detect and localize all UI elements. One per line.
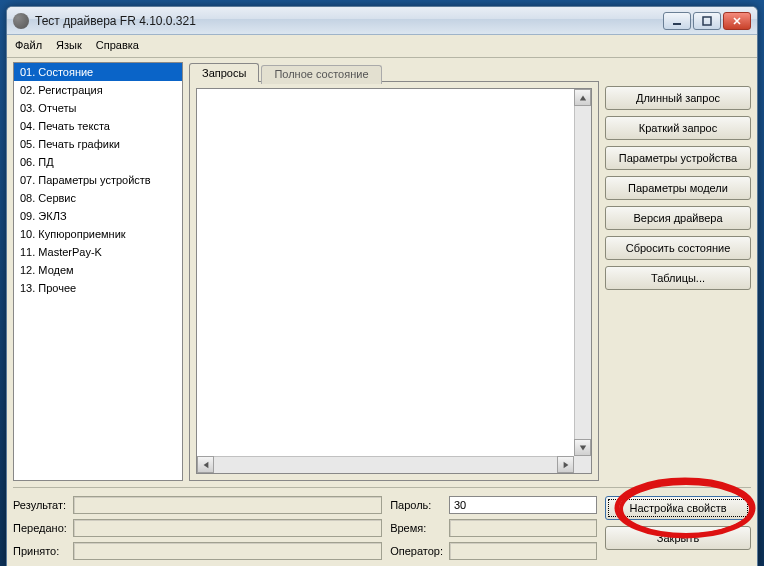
- result-field: [73, 496, 382, 514]
- scroll-right-icon[interactable]: [557, 456, 574, 473]
- list-item[interactable]: 04. Печать текста: [14, 117, 182, 135]
- list-item[interactable]: 06. ПД: [14, 153, 182, 171]
- scroll-down-icon[interactable]: [574, 439, 591, 456]
- action-buttons: Длинный запрос Краткий запрос Параметры …: [605, 62, 751, 481]
- list-item[interactable]: 05. Печать графики: [14, 135, 182, 153]
- close-button[interactable]: [723, 12, 751, 30]
- password-input[interactable]: [449, 496, 597, 514]
- scroll-up-icon[interactable]: [574, 89, 591, 106]
- app-icon: [13, 13, 29, 29]
- minimize-button[interactable]: [663, 12, 691, 30]
- result-label: Результат:: [13, 499, 67, 511]
- horizontal-scrollbar[interactable]: [197, 456, 574, 473]
- reset-state-button[interactable]: Сбросить состояние: [605, 236, 751, 260]
- window-controls: [663, 12, 751, 30]
- svg-rect-1: [703, 17, 711, 25]
- list-item[interactable]: 08. Сервис: [14, 189, 182, 207]
- list-item[interactable]: 09. ЭКЛЗ: [14, 207, 182, 225]
- window-title: Тест драйвера FR 4.10.0.321: [35, 14, 663, 28]
- list-item[interactable]: 07. Параметры устройств: [14, 171, 182, 189]
- scroll-left-icon[interactable]: [197, 456, 214, 473]
- time-label: Время:: [390, 522, 443, 534]
- close-app-button[interactable]: Закрыть: [605, 526, 751, 550]
- list-item[interactable]: 10. Купюроприемник: [14, 225, 182, 243]
- sent-label: Передано:: [13, 522, 67, 534]
- received-label: Принято:: [13, 545, 67, 557]
- upper-panel: 01. Состояние02. Регистрация03. Отчеты04…: [13, 62, 751, 481]
- list-item[interactable]: 01. Состояние: [14, 63, 182, 81]
- device-params-button[interactable]: Параметры устройства: [605, 146, 751, 170]
- received-field: [73, 542, 382, 560]
- output-textarea[interactable]: [196, 88, 592, 474]
- footer-panel: Результат: Передано: Принято: Пароль: Вр…: [13, 487, 751, 560]
- menu-file[interactable]: Файл: [15, 39, 42, 51]
- list-item[interactable]: 11. MasterPay-K: [14, 243, 182, 261]
- password-label: Пароль:: [390, 499, 443, 511]
- app-window: Тест драйвера FR 4.10.0.321 Файл Язык Сп…: [6, 6, 758, 566]
- long-request-button[interactable]: Длинный запрос: [605, 86, 751, 110]
- list-item[interactable]: 03. Отчеты: [14, 99, 182, 117]
- menu-language[interactable]: Язык: [56, 39, 82, 51]
- list-item[interactable]: 13. Прочее: [14, 279, 182, 297]
- model-params-button[interactable]: Параметры модели: [605, 176, 751, 200]
- driver-version-button[interactable]: Версия драйвера: [605, 206, 751, 230]
- center-panel: Запросы Полное состояние: [189, 62, 599, 481]
- svg-rect-0: [673, 23, 681, 25]
- properties-button[interactable]: Настройка свойств: [605, 496, 751, 520]
- maximize-button[interactable]: [693, 12, 721, 30]
- menubar: Файл Язык Справка: [7, 35, 757, 58]
- tab-content: [189, 81, 599, 481]
- operator-label: Оператор:: [390, 545, 443, 557]
- operator-field: [449, 542, 597, 560]
- tables-button[interactable]: Таблицы...: [605, 266, 751, 290]
- footer-left: Результат: Передано: Принято:: [13, 496, 382, 560]
- list-item[interactable]: 02. Регистрация: [14, 81, 182, 99]
- time-field: [449, 519, 597, 537]
- list-item[interactable]: 12. Модем: [14, 261, 182, 279]
- scroll-corner: [574, 456, 591, 473]
- client-area: 01. Состояние02. Регистрация03. Отчеты04…: [7, 58, 757, 566]
- short-request-button[interactable]: Краткий запрос: [605, 116, 751, 140]
- titlebar[interactable]: Тест драйвера FR 4.10.0.321: [7, 7, 757, 35]
- tab-full-state[interactable]: Полное состояние: [261, 65, 381, 84]
- tab-requests[interactable]: Запросы: [189, 63, 259, 82]
- tab-strip: Запросы Полное состояние: [189, 63, 599, 82]
- footer-right: Настройка свойств Закрыть: [605, 496, 751, 560]
- sent-field: [73, 519, 382, 537]
- vertical-scrollbar[interactable]: [574, 89, 591, 456]
- category-list[interactable]: 01. Состояние02. Регистрация03. Отчеты04…: [13, 62, 183, 481]
- footer-middle: Пароль: Время: Оператор:: [390, 496, 597, 560]
- menu-help[interactable]: Справка: [96, 39, 139, 51]
